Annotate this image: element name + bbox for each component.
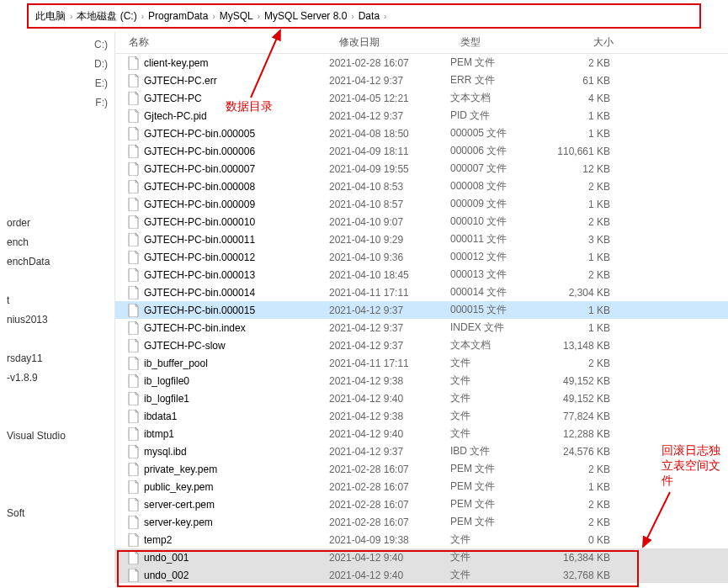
file-size: 49,152 KB (543, 393, 627, 405)
sidebar-drive[interactable]: D:) (0, 55, 114, 74)
file-row[interactable]: private_key.pem2021-02-28 16:07PEM 文件2 K… (115, 460, 728, 478)
file-date: 2021-04-09 19:55 (329, 163, 450, 175)
breadcrumb-item[interactable]: MySQL Server 8.0 (264, 10, 347, 22)
file-row[interactable]: GJTECH-PC-bin.0000102021-04-10 9:0700001… (115, 213, 728, 230)
file-row[interactable]: Gjtech-PC.pid2021-04-12 9:37PID 文件1 KB (115, 107, 728, 124)
column-headers[interactable]: 名称 修改日期 类型 大小 (115, 32, 728, 54)
sidebar-item[interactable]: ench (0, 233, 114, 252)
file-row[interactable]: GJTECH-PC-bin.index2021-04-12 9:37INDEX … (115, 319, 728, 336)
file-icon (127, 92, 141, 105)
sidebar-item[interactable]: -v1.8.9 (0, 368, 114, 388)
file-row[interactable]: GJTECH-PC.err2021-04-12 9:37ERR 文件61 KB (115, 72, 728, 89)
file-row[interactable]: GJTECH-PC-bin.0000112021-04-10 9:2900001… (115, 230, 728, 248)
file-name: GJTECH-PC-bin.000007 (144, 163, 329, 175)
file-date: 2021-04-12 9:38 (329, 411, 450, 422)
sidebar-item[interactable]: rsday11 (0, 349, 114, 368)
file-size: 2 KB (543, 216, 627, 228)
sidebar-item (0, 407, 114, 426)
file-size: 32,768 KB (543, 569, 627, 581)
breadcrumb-item[interactable]: Data (359, 10, 380, 22)
file-size: 24,576 KB (543, 446, 627, 458)
file-row[interactable]: client-key.pem2021-02-28 16:07PEM 文件2 KB (115, 54, 728, 72)
file-date: 2021-04-12 9:37 (329, 322, 450, 334)
breadcrumb[interactable]: 此电脑›本地磁盘 (C:)›ProgramData›MySQL›MySQL Se… (27, 3, 701, 29)
file-row[interactable]: GJTECH-PC-bin.0000142021-04-11 17:110000… (115, 283, 728, 301)
sidebar-item[interactable]: order (0, 214, 114, 233)
file-row[interactable]: ibtmp12021-04-12 9:40文件12,288 KB (115, 425, 728, 442)
file-date: 2021-04-12 9:40 (329, 393, 450, 405)
file-row[interactable]: ibdata12021-04-12 9:38文件77,824 KB (115, 407, 728, 425)
file-type: 000013 文件 (450, 268, 543, 282)
file-row[interactable]: GJTECH-PC-bin.0000062021-04-09 18:110000… (115, 142, 728, 160)
file-row[interactable]: undo_0012021-04-12 9:40文件16,384 KB (115, 548, 728, 566)
file-icon (127, 251, 141, 264)
file-row[interactable]: GJTECH-PC-bin.0000132021-04-10 18:450000… (115, 266, 728, 283)
file-icon (127, 233, 141, 246)
file-icon (127, 304, 141, 317)
sidebar-item[interactable]: t (0, 291, 114, 310)
column-header-date[interactable]: 修改日期 (332, 32, 454, 53)
file-row[interactable]: GJTECH-PC-bin.0000152021-04-12 9:3700001… (115, 301, 728, 319)
file-row[interactable]: GJTECH-PC2021-04-05 12:21文本文档4 KB (115, 89, 728, 107)
file-row[interactable]: server-cert.pem2021-02-28 16:07PEM 文件2 K… (115, 495, 728, 513)
sidebar-item[interactable]: Soft (0, 504, 114, 523)
file-size: 12 KB (543, 163, 627, 175)
column-header-name[interactable]: 名称 (115, 32, 332, 53)
file-type: 000010 文件 (450, 215, 543, 229)
file-row[interactable]: ib_buffer_pool2021-04-11 17:11文件2 KB (115, 354, 728, 372)
file-size: 1 KB (543, 305, 627, 316)
file-name: undo_002 (144, 569, 329, 581)
file-size: 3 KB (543, 234, 627, 246)
file-size: 4 KB (543, 93, 627, 104)
file-date: 2021-04-11 17:11 (329, 358, 450, 369)
file-date: 2021-04-09 18:11 (329, 146, 450, 157)
file-row[interactable]: public_key.pem2021-02-28 16:07PEM 文件1 KB (115, 478, 728, 495)
file-size: 2 KB (543, 516, 627, 528)
file-name: ib_buffer_pool (144, 358, 329, 369)
breadcrumb-item[interactable]: ProgramData (148, 10, 208, 22)
breadcrumb-item[interactable]: 此电脑 (35, 9, 66, 24)
file-row[interactable]: GJTECH-PC-bin.0000082021-04-10 8:5300000… (115, 177, 728, 195)
sidebar-drive[interactable]: E:) (0, 74, 114, 93)
file-size: 2 KB (543, 57, 627, 69)
sidebar-drive[interactable]: C:) (0, 35, 114, 55)
file-date: 2021-02-28 16:07 (329, 499, 450, 511)
file-icon (127, 321, 141, 335)
file-name: temp2 (144, 534, 329, 546)
file-name: GJTECH-PC-bin.index (144, 322, 329, 334)
file-size: 110,661 KB (543, 146, 627, 157)
file-name: public_key.pem (144, 481, 329, 493)
file-row[interactable]: GJTECH-PC-slow2021-04-12 9:37文本文档13,148 … (115, 336, 728, 354)
file-row[interactable]: ib_logfile12021-04-12 9:40文件49,152 KB (115, 389, 728, 407)
file-type: 文件 (450, 409, 543, 423)
file-name: private_key.pem (144, 464, 329, 475)
file-row[interactable]: mysql.ibd2021-04-12 9:37IBD 文件24,576 KB (115, 442, 728, 460)
file-size: 2 KB (543, 464, 627, 475)
file-row[interactable]: temp22021-04-09 19:38文件0 KB (115, 531, 728, 548)
file-date: 2021-04-09 19:38 (329, 534, 450, 546)
file-row[interactable]: server-key.pem2021-02-28 16:07PEM 文件2 KB (115, 513, 728, 531)
file-row[interactable]: undo_0022021-04-12 9:40文件32,768 KB (115, 566, 728, 583)
file-type: 文件 (450, 568, 543, 582)
file-row[interactable]: GJTECH-PC-bin.0000092021-04-10 8:5700000… (115, 195, 728, 213)
file-size: 77,824 KB (543, 411, 627, 422)
file-type: 000007 文件 (450, 162, 543, 176)
file-row[interactable]: ib_logfile02021-04-12 9:38文件49,152 KB (115, 372, 728, 389)
file-name: GJTECH-PC-bin.000006 (144, 146, 329, 157)
file-type: 000006 文件 (450, 144, 543, 158)
sidebar-drive[interactable]: F:) (0, 93, 114, 113)
sidebar-item[interactable]: Visual Studio (0, 426, 114, 446)
column-header-size[interactable]: 大小 (546, 32, 637, 53)
sidebar-item[interactable]: nius2013 (0, 310, 114, 330)
file-name: GJTECH-PC-bin.000008 (144, 181, 329, 193)
file-row[interactable]: GJTECH-PC-bin.0000122021-04-10 9:3600001… (115, 248, 728, 266)
sidebar-item[interactable]: enchData (0, 252, 114, 272)
file-type: PEM 文件 (450, 56, 543, 70)
column-header-type[interactable]: 类型 (454, 32, 546, 53)
file-size: 2 KB (543, 499, 627, 511)
breadcrumb-item[interactable]: MySQL (220, 10, 253, 22)
breadcrumb-item[interactable]: 本地磁盘 (C:) (77, 9, 136, 24)
file-icon (127, 180, 141, 193)
file-row[interactable]: GJTECH-PC-bin.0000072021-04-09 19:550000… (115, 160, 728, 177)
file-row[interactable]: GJTECH-PC-bin.0000052021-04-08 18:500000… (115, 124, 728, 142)
